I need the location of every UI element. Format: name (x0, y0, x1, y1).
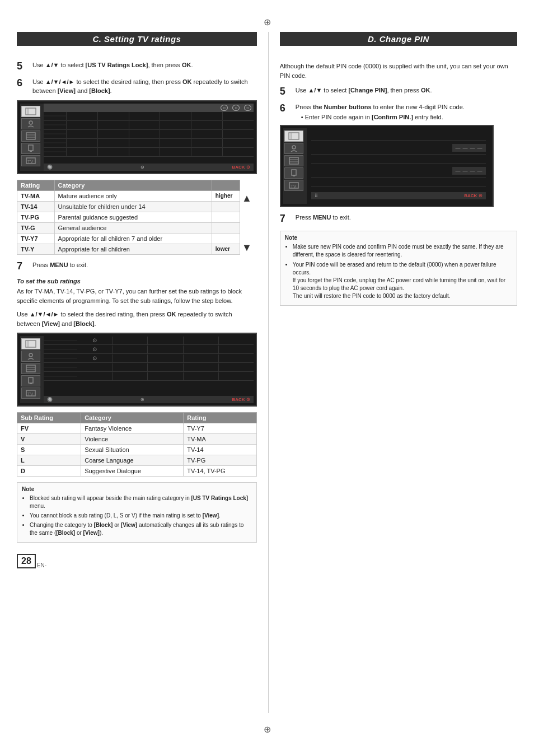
table-row: S Sexual Situation TV-14 (17, 445, 257, 455)
sub-category-cell: Violence (81, 434, 184, 445)
table-row: L Coarse Language TV-PG (17, 455, 257, 466)
sub-category-cell: Sexual Situation (81, 445, 184, 455)
arrow-down-icon: ▼ (242, 242, 252, 253)
list-item: Blocked sub rating will appear beside th… (30, 494, 252, 510)
sub-col-header: Sub Rating (17, 413, 81, 423)
sub-intro-text: As for TV-MA, TV-14, TV-PG, or TV-Y7, yo… (17, 287, 257, 305)
tv-main-2: ⊙ ⊙ (44, 336, 254, 403)
step-text-7-right: Press MENU to exit. (296, 213, 517, 222)
page: ⊕ C. Setting TV ratings 5 Use ▲/▼ to sel… (0, 0, 534, 756)
sub-category-cell: Fantasy Violence (81, 423, 184, 434)
tv-screen-2: TV ⊙ (17, 333, 257, 407)
sub-cell: S (17, 445, 81, 455)
table-row: TV-G General audience (17, 222, 240, 233)
step-7-right: 7 Press MENU to exit. (280, 213, 517, 225)
svg-text:TV: TV (291, 184, 297, 189)
note-cell (212, 222, 240, 233)
sub-category-cell: Suggestive Dialogue (81, 466, 184, 477)
sub-cell: L (17, 455, 81, 466)
sub-rating-header: Rating (184, 413, 257, 423)
category-cell: Appropriate for all children 7 and older (54, 233, 212, 244)
rating-cell: TV-PG (17, 212, 55, 222)
list-item: Make sure new PIN code and confirm PIN c… (293, 243, 512, 259)
tv-screen-1: TV ○ ○ ○ (17, 100, 257, 174)
right-title-wrap: D. Change PIN (280, 32, 517, 54)
sub-rating-cell: TV-14 (184, 445, 257, 455)
svg-rect-23 (289, 157, 298, 164)
rating-cell: TV-Y (17, 244, 55, 254)
sidebar-icon-1 (21, 106, 40, 117)
sidebar-icon-2-3 (21, 363, 40, 374)
note-cell (212, 212, 240, 222)
tv-sidebar-1: TV (20, 104, 44, 171)
rating-cell: TV-Y7 (17, 233, 55, 244)
svg-rect-26 (292, 170, 296, 175)
step-num-6-right: 6 (280, 102, 292, 115)
step-num-5-right: 5 (280, 86, 292, 98)
rating-table-wrapper: Rating Category TV-MA Mature audience on… (17, 180, 240, 255)
step-num-5: 5 (17, 60, 29, 73)
step-text-5-right: Use ▲/▼ to select [Change PIN], then pre… (296, 86, 517, 95)
sidebar-icon-3 (21, 130, 40, 142)
svg-rect-20 (289, 133, 299, 139)
note-title-left: Note (22, 486, 252, 492)
table-row: TV-14 Unsuitable for children under 14 (17, 201, 240, 212)
page-lang: EN- (37, 562, 46, 568)
sub-rating-cell: TV-14, TV-PG (184, 466, 257, 477)
step6-bullet: • Enter PIN code again in [Confirm PIN.]… (301, 114, 517, 120)
svg-rect-16 (29, 377, 33, 383)
sub-rating-cell: TV-Y7 (184, 423, 257, 434)
step-num-6: 6 (17, 77, 29, 90)
svg-text:TV: TV (27, 391, 34, 396)
arrow-up-icon: ▲ (242, 193, 252, 203)
tv-main-1: ○ ○ ○ (44, 104, 254, 171)
note-cell (212, 233, 240, 244)
svg-rect-6 (29, 145, 33, 151)
rating-col-header: Rating (17, 180, 55, 190)
step-text-7-left: Press MENU to exit. (32, 260, 257, 270)
pin-sidebar-icon-1 (284, 130, 303, 142)
sub-category-cell: Coarse Language (81, 455, 184, 466)
table-row: TV-Y Appropriate for all children lower (17, 244, 240, 254)
rating-table: Rating Category TV-MA Mature audience on… (17, 180, 240, 255)
table-row: D Suggestive Dialogue TV-14, TV-PG (17, 466, 257, 477)
pin-screen: TV — — — — (280, 125, 494, 207)
pin-sidebar: TV (283, 128, 307, 204)
pin-sidebar-icon-5: TV (284, 180, 303, 191)
note-box-left: Note Blocked sub rating will appear besi… (17, 482, 257, 543)
pin-sidebar-icon-4 (284, 167, 303, 179)
top-decoration: ⊕ (17, 17, 517, 27)
sub-section-title: To set the sub ratings (17, 278, 257, 284)
sidebar-icon-2-1 (21, 338, 40, 349)
step-text-6: Use ▲/▼/◄/► to select the desired rating… (32, 77, 257, 96)
category-col-header: Category (54, 180, 212, 190)
svg-point-2 (29, 121, 32, 124)
sub-rating-cell: TV-PG (184, 455, 257, 466)
step-5-left: 5 Use ▲/▼ to select [US TV Ratings Lock]… (17, 60, 257, 73)
left-section-title: C. Setting TV ratings (17, 32, 257, 46)
svg-rect-10 (26, 340, 36, 347)
step-6-left: 6 Use ▲/▼/◄/► to select the desired rati… (17, 77, 257, 96)
note-box-right: Note Make sure new PIN code and confirm … (280, 231, 517, 306)
table-row: FV Fantasy Violence TV-Y7 (17, 423, 257, 434)
sidebar-icon-2-4 (21, 375, 40, 386)
step-num-7-left: 7 (17, 260, 29, 273)
pin-sidebar-icon-3 (284, 155, 303, 166)
category-cell: Mature audience only (54, 190, 212, 201)
right-column: D. Change PIN Although the default PIN c… (269, 32, 517, 713)
svg-rect-7 (30, 151, 32, 152)
rating-cell: TV-G (17, 222, 55, 233)
right-section-title: D. Change PIN (280, 32, 517, 46)
sidebar-icon-2-5: TV (21, 388, 40, 399)
svg-rect-0 (26, 108, 36, 115)
step-text-5: Use ▲/▼ to select [US TV Ratings Lock], … (32, 60, 257, 70)
table-row: V Violence TV-MA (17, 434, 257, 445)
svg-rect-13 (26, 365, 35, 372)
page-footer: 28 EN- (17, 554, 257, 568)
category-cell: Unsuitable for children under 14 (54, 201, 212, 212)
sub-cell: V (17, 434, 81, 445)
note-list-right: Make sure new PIN code and confirm PIN c… (285, 243, 512, 300)
note-col-header (212, 180, 240, 190)
svg-point-22 (292, 146, 296, 149)
note-title-right: Note (285, 235, 512, 241)
